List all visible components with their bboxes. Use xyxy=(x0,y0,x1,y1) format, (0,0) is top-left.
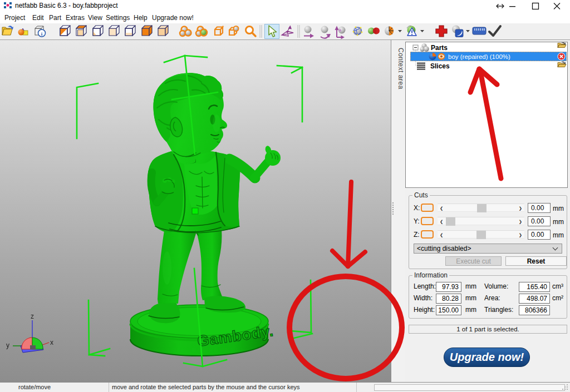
svg-text:y: y xyxy=(6,341,9,349)
svg-text:Slices: Slices xyxy=(430,62,450,70)
svg-text:boy (repaired) (100%): boy (repaired) (100%) xyxy=(448,53,510,60)
svg-text:x: x xyxy=(50,339,53,346)
svg-text:Parts: Parts xyxy=(431,44,448,52)
svg-text:z: z xyxy=(31,312,34,320)
